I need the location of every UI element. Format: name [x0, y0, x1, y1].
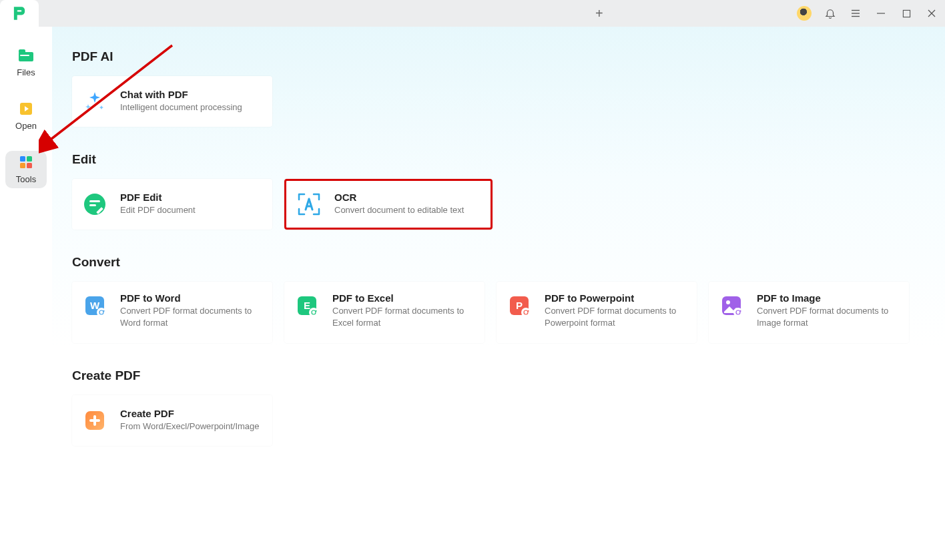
card-title: Create PDF — [120, 408, 260, 419]
excel-icon: E — [294, 292, 320, 319]
svg-point-22 — [97, 308, 106, 317]
sparkle-icon — [81, 88, 108, 115]
word-icon: W — [81, 292, 108, 319]
title-bar: + — [0, 0, 945, 27]
sidebar-item-label: Files — [17, 67, 35, 77]
svg-text:E: E — [304, 300, 310, 311]
card-desc: Intelligent document processing — [120, 101, 242, 113]
sidebar-item-files[interactable]: Files — [5, 44, 47, 81]
svg-rect-18 — [89, 200, 100, 202]
section-create-pdf: Create PDF Create PDF From Word/Execl/Po… — [72, 368, 925, 446]
svg-text:P: P — [516, 300, 523, 311]
sidebar-item-tools[interactable]: Tools — [5, 151, 47, 188]
app-logo-tab[interactable] — [0, 0, 39, 27]
svg-rect-16 — [27, 163, 32, 168]
card-title: OCR — [334, 192, 464, 203]
svg-rect-8 — [19, 52, 33, 61]
card-pdf-to-excel[interactable]: E PDF to Excel Convert PDF format docume… — [284, 282, 485, 343]
card-pdf-edit[interactable]: PDF Edit Edit PDF document — [72, 179, 272, 230]
svg-rect-5 — [903, 10, 910, 17]
card-title: PDF to Image — [757, 292, 900, 304]
files-icon — [17, 47, 35, 64]
card-desc: Edit PDF document — [120, 204, 196, 216]
svg-rect-19 — [89, 204, 96, 206]
card-pdf-to-image[interactable]: PDF to Image Convert PDF format document… — [709, 282, 909, 343]
sidebar-item-label: Open — [15, 121, 37, 131]
svg-point-25 — [309, 308, 318, 317]
card-desc: Convert document to editable text — [334, 204, 464, 216]
avatar[interactable] — [797, 6, 812, 21]
sidebar-item-open[interactable]: Open — [5, 97, 47, 135]
card-ocr[interactable]: OCR Convert document to editable text — [284, 179, 493, 230]
pdf-edit-icon — [81, 191, 108, 218]
main-content: PDF AI Chat with PDF Intelligent documen… — [52, 27, 945, 560]
minimize-button[interactable] — [874, 7, 888, 20]
svg-rect-14 — [27, 156, 32, 162]
section-title: PDF AI — [72, 49, 925, 64]
tools-icon — [17, 154, 35, 171]
section-title: Create PDF — [72, 368, 925, 383]
svg-point-28 — [521, 308, 531, 317]
card-pdf-to-powerpoint[interactable]: P PDF to Powerpoint Convert PDF format d… — [497, 282, 697, 343]
sidebar: Files Open Tools — [0, 27, 52, 560]
powerpoint-icon: P — [506, 292, 533, 319]
svg-rect-0 — [17, 10, 22, 11]
open-icon — [17, 100, 35, 117]
section-pdf-ai: PDF AI Chat with PDF Intelligent documen… — [72, 49, 925, 127]
image-icon — [718, 292, 745, 319]
card-title: PDF to Word — [120, 292, 263, 304]
section-title: Convert — [72, 255, 925, 270]
card-title: Chat with PDF — [120, 89, 242, 100]
card-chat-with-pdf[interactable]: Chat with PDF Intelligent document proce… — [72, 76, 272, 127]
card-create-pdf[interactable]: Create PDF From Word/Execl/Powerpoint/Im… — [72, 395, 272, 446]
hamburger-menu-icon[interactable] — [849, 7, 862, 20]
card-desc: Convert PDF format documents to Excel fo… — [332, 305, 475, 329]
svg-rect-9 — [19, 49, 25, 53]
close-button[interactable] — [925, 7, 938, 20]
section-title: Edit — [72, 152, 925, 167]
section-edit: Edit PDF Edit Edit PDF document — [72, 152, 925, 230]
card-desc: Convert PDF format documents to Word for… — [120, 305, 263, 329]
card-title: PDF to Powerpoint — [545, 292, 687, 304]
svg-rect-15 — [20, 163, 25, 168]
svg-point-31 — [733, 308, 743, 317]
card-title: PDF Edit — [120, 192, 196, 203]
svg-rect-34 — [89, 419, 100, 422]
svg-rect-10 — [20, 55, 29, 56]
card-title: PDF to Excel — [332, 292, 475, 304]
card-desc: Convert PDF format documents to Powerpoi… — [545, 305, 687, 329]
notifications-icon[interactable] — [824, 7, 837, 20]
new-tab-button[interactable]: + — [595, 6, 603, 21]
ocr-icon — [296, 191, 322, 218]
svg-point-30 — [726, 300, 730, 304]
card-pdf-to-word[interactable]: W PDF to Word Convert PDF format documen… — [72, 282, 272, 343]
card-desc: From Word/Execl/Powerpoint/Image — [120, 421, 260, 433]
maximize-button[interactable] — [900, 7, 913, 20]
sidebar-item-label: Tools — [16, 174, 36, 184]
section-convert: Convert W PDF to Word Convert PDF format… — [72, 255, 925, 343]
app-logo-icon — [11, 5, 28, 22]
svg-rect-13 — [20, 156, 25, 162]
create-pdf-icon — [81, 407, 108, 434]
card-desc: Convert PDF format documents to Image fo… — [757, 305, 900, 329]
